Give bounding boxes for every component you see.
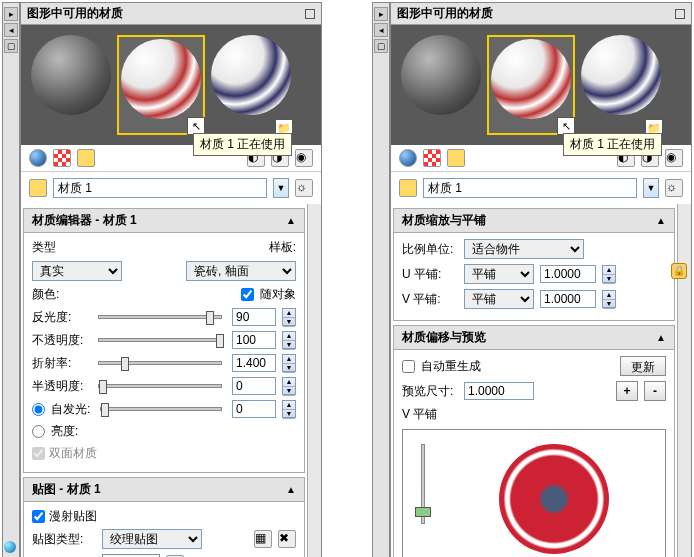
per-object-label: 随对象 — [260, 286, 296, 303]
name-dropdown-arrow-r[interactable]: ▼ — [643, 178, 659, 198]
texture-icon-1[interactable]: ▦ — [254, 530, 272, 548]
swatch-gray[interactable] — [31, 35, 111, 135]
utile-value[interactable] — [540, 265, 596, 283]
reflectivity-spinner[interactable]: ▲▼ — [282, 308, 296, 326]
diffuse-label: 漫射贴图 — [49, 508, 97, 525]
vtile-value[interactable] — [540, 290, 596, 308]
collapse-icon[interactable]: ▲ — [656, 215, 666, 226]
collapse-icon[interactable]: ▲ — [286, 484, 296, 495]
lock-icon[interactable]: 🔒 — [671, 263, 677, 279]
refraction-slider[interactable] — [98, 361, 222, 365]
autoregen-label: 自动重生成 — [421, 358, 481, 375]
update-button[interactable]: 更新 — [620, 356, 666, 376]
folder-icon-r[interactable] — [447, 149, 465, 167]
scale-select[interactable]: 适合物件 — [464, 239, 584, 259]
panel-title-left: 图形中可用的材质 — [21, 3, 321, 25]
refraction-label: 折射率: — [32, 355, 88, 372]
right-side-tabs: ▸ ◂ ▢ 材质 — [372, 2, 390, 557]
name-extra-icon[interactable]: ☼ — [295, 179, 313, 197]
name-folder-icon-r[interactable] — [399, 179, 417, 197]
selfillum-label: 自发光: — [51, 401, 90, 418]
zoom-in-button[interactable]: + — [616, 381, 638, 401]
translucency-slider[interactable] — [98, 384, 222, 388]
texture-icon-2[interactable]: ✖ — [278, 530, 296, 548]
tooltip: 材质 1 正在使用 — [193, 133, 292, 156]
tab-icon-2[interactable]: ◂ — [4, 23, 18, 37]
material-editor-rollout: 材质编辑器 - 材质 1 ▲ 类型 样板: 真实 — [23, 208, 305, 473]
panel-menu-icon[interactable] — [305, 9, 315, 19]
checker-icon-r[interactable] — [423, 149, 441, 167]
swatch-selected[interactable]: ↖ — [117, 35, 205, 135]
tool-icon-3[interactable]: ◉ — [295, 149, 313, 167]
opacity-value[interactable] — [232, 331, 276, 349]
name-folder-icon[interactable] — [29, 179, 47, 197]
per-object-checkbox[interactable] — [241, 288, 254, 301]
translucency-label: 半透明度: — [32, 378, 88, 395]
collapse-icon[interactable]: ▲ — [286, 215, 296, 226]
diffuse-checkbox[interactable] — [32, 510, 45, 523]
collapse-icon[interactable]: ▲ — [656, 332, 666, 343]
panel-menu-icon-r[interactable] — [675, 9, 685, 19]
swatch-blue-r[interactable]: 📁 — [581, 35, 661, 135]
status-dot-left[interactable] — [4, 541, 16, 553]
tab-icon-1r[interactable]: ▸ — [374, 7, 388, 21]
selfillum-spinner[interactable]: ▲▼ — [282, 400, 296, 418]
tab-icon-2r[interactable]: ◂ — [374, 23, 388, 37]
panel-title-text-r: 图形中可用的材质 — [397, 5, 493, 22]
v-slider[interactable] — [421, 444, 425, 524]
texture-type-select[interactable]: 绞理贴图 — [102, 529, 202, 549]
flower-texture — [499, 444, 609, 554]
brightness-radio[interactable] — [32, 425, 45, 438]
tool-icon-3r[interactable]: ◉ — [665, 149, 683, 167]
template-label: 样板: — [269, 239, 296, 256]
zoom-out-button[interactable]: - — [644, 381, 666, 401]
checker-icon[interactable] — [53, 149, 71, 167]
material-name-input-r[interactable] — [423, 178, 637, 198]
selfillum-value[interactable] — [232, 400, 276, 418]
tab-icon-3[interactable]: ▢ — [4, 39, 18, 53]
tab-icon-1[interactable]: ▸ — [4, 7, 18, 21]
texture-type-label: 贴图类型: — [32, 531, 96, 548]
vtile-mode-select[interactable]: 平铺 — [464, 289, 534, 309]
scrollbar-right[interactable] — [677, 204, 691, 557]
scaling-rollout: 材质缩放与平铺 ▲ 比例单位: 适合物件 U 平铺: 平铺 — [393, 208, 675, 321]
type-label: 类型 — [32, 239, 88, 256]
template-select[interactable]: 瓷砖, 釉面 — [186, 261, 296, 281]
translucency-spinner[interactable]: ▲▼ — [282, 377, 296, 395]
v-slider-thumb[interactable] — [415, 507, 431, 517]
material-editor-header[interactable]: 材质编辑器 - 材质 1 ▲ — [24, 209, 304, 233]
reflectivity-slider[interactable] — [98, 315, 222, 319]
scaling-header[interactable]: 材质缩放与平铺 ▲ — [394, 209, 674, 233]
refraction-spinner[interactable]: ▲▼ — [282, 354, 296, 372]
new-material-icon-r[interactable] — [399, 149, 417, 167]
material-name-input[interactable] — [53, 178, 267, 198]
utile-spinner[interactable]: ▲▼ — [602, 265, 616, 283]
scrollbar-left[interactable] — [307, 204, 321, 557]
preview-size-label: 预览尺寸: — [402, 383, 458, 400]
swatch-selected-r[interactable]: ↖ — [487, 35, 575, 135]
opacity-spinner[interactable]: ▲▼ — [282, 331, 296, 349]
autoregen-checkbox[interactable] — [402, 360, 415, 373]
reflectivity-value[interactable] — [232, 308, 276, 326]
textures-header[interactable]: 贴图 - 材质 1 ▲ — [24, 478, 304, 502]
type-select[interactable]: 真实 — [32, 261, 122, 281]
name-extra-icon-r[interactable]: ☼ — [665, 179, 683, 197]
folder-icon[interactable] — [77, 149, 95, 167]
refraction-value[interactable] — [232, 354, 276, 372]
opacity-slider[interactable] — [98, 338, 222, 342]
selfillum-radio[interactable] — [32, 403, 45, 416]
tab-icon-3r[interactable]: ▢ — [374, 39, 388, 53]
utile-mode-select[interactable]: 平铺 — [464, 264, 534, 284]
swatch-blue[interactable]: 📁 — [211, 35, 291, 135]
translucency-value[interactable] — [232, 377, 276, 395]
brightness-label: 亮度: — [51, 423, 78, 440]
name-dropdown-arrow[interactable]: ▼ — [273, 178, 289, 198]
preview-size-value[interactable] — [464, 382, 534, 400]
vtile-spinner[interactable]: ▲▼ — [602, 290, 616, 308]
selfillum-slider[interactable] — [100, 407, 222, 411]
swatch-gray-r[interactable] — [401, 35, 481, 135]
textures-rollout: 贴图 - 材质 1 ▲ 漫射贴图 贴图类型: 绞理贴图 — [23, 477, 305, 557]
opacity-label: 不透明度: — [32, 332, 88, 349]
preview-header[interactable]: 材质偏移与预览 ▲ — [394, 326, 674, 350]
new-material-icon[interactable] — [29, 149, 47, 167]
